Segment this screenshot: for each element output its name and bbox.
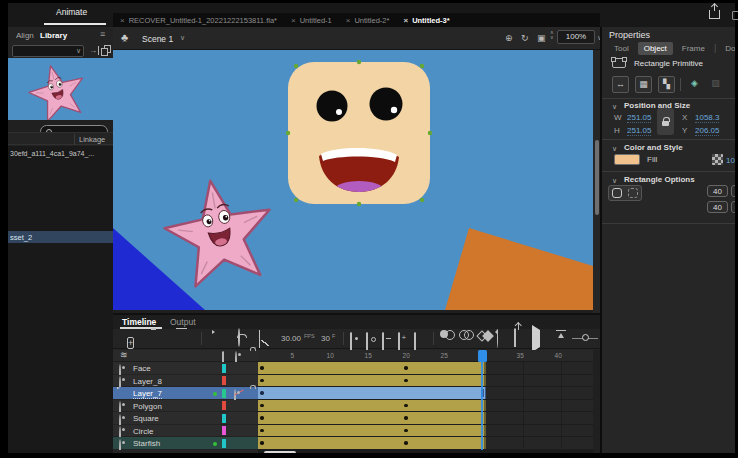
new-library-panel-icon[interactable] <box>101 45 112 56</box>
layer-name[interactable]: Layer_8 <box>133 377 162 386</box>
corner-link-icon[interactable] <box>612 188 622 198</box>
layer-color-swatch[interactable] <box>222 401 226 410</box>
zoom-level-input[interactable]: 100% <box>557 30 595 44</box>
tween-span[interactable] <box>258 437 486 449</box>
slider-knob[interactable] <box>582 334 589 341</box>
workspace-switcher-icon[interactable] <box>732 11 738 20</box>
layer-color-swatch[interactable] <box>222 364 226 373</box>
layer-row-face[interactable]: Face <box>113 362 258 375</box>
keyframe-dot[interactable] <box>260 404 264 408</box>
alpha-checker-icon[interactable] <box>712 154 723 165</box>
layer-row-circle[interactable]: Circle <box>113 425 258 438</box>
close-tab-icon[interactable]: × <box>346 16 351 25</box>
collapse-chevron-icon[interactable]: ∨ <box>612 145 617 153</box>
timeline-horizontal-scrollbar[interactable] <box>258 450 593 453</box>
rectangle-options-title[interactable]: Rectangle Options <box>624 175 695 184</box>
insert-blank-keyframe-icon[interactable] <box>366 333 368 351</box>
close-tab-icon[interactable]: × <box>120 16 125 25</box>
layer-row-starfish[interactable]: Starfish <box>113 437 258 450</box>
corner-radius-input[interactable]: 40 <box>731 185 735 197</box>
timeline-zoom-slider[interactable] <box>572 334 598 343</box>
workspace-tab-animate[interactable]: Animate <box>48 7 95 17</box>
tween-span[interactable] <box>258 375 486 387</box>
keyframe-dot[interactable] <box>260 441 264 445</box>
layer-name[interactable]: Starfish <box>133 439 160 448</box>
timeline-horizontal-scrollbar-thumb[interactable] <box>264 451 296 453</box>
left-eye[interactable] <box>317 91 348 122</box>
face-object[interactable] <box>286 60 432 206</box>
tab-timeline[interactable]: Timeline <box>122 317 156 327</box>
keyframe-dot[interactable] <box>404 416 408 420</box>
collapse-chevron-icon[interactable]: ∨ <box>612 103 617 111</box>
align-icon[interactable]: ▦ <box>635 76 652 93</box>
tween-span[interactable] <box>258 362 486 374</box>
stage-vertical-scrollbar[interactable] <box>593 50 600 313</box>
layer-color-swatch[interactable] <box>222 389 226 398</box>
keyframe-dot[interactable] <box>404 441 408 445</box>
frame-rate-value[interactable]: 30.00 <box>281 334 301 343</box>
frame-track-circle[interactable] <box>258 425 593 438</box>
layer-stack-icon[interactable]: ≋ <box>120 350 128 360</box>
keyframe-dot[interactable] <box>404 429 408 433</box>
color-effect-icon[interactable]: ◈ <box>686 76 703 93</box>
height-value[interactable]: 251.05 <box>627 126 651 136</box>
keyframe-dot[interactable] <box>404 379 408 383</box>
library-document-dropdown[interactable]: ∨ <box>12 45 84 57</box>
tab-output[interactable]: Output <box>170 317 196 327</box>
rotate-view-icon[interactable]: ↻ <box>521 33 529 43</box>
corner-radius-input[interactable]: 40 <box>707 185 728 197</box>
y-value[interactable]: 206.05 <box>695 126 719 136</box>
properties-tab-frame[interactable]: Frame <box>682 44 705 53</box>
layer-name[interactable]: Square <box>133 414 159 423</box>
layer-row-layer_8[interactable]: Layer_8 <box>113 375 258 388</box>
frame-track-layer_8[interactable] <box>258 375 593 388</box>
scene-chevron-icon[interactable]: ∨ <box>180 34 185 42</box>
tab-align[interactable]: Align <box>16 31 34 40</box>
keyframe-dot[interactable] <box>260 366 264 370</box>
document-tab[interactable]: ×Untitled-1 <box>284 13 339 27</box>
stage-vertical-scrollbar-thumb[interactable] <box>595 140 599 215</box>
right-eye[interactable] <box>370 88 403 121</box>
link-wh-button[interactable] <box>657 108 674 135</box>
tween-span[interactable] <box>258 387 486 399</box>
layer-row-layer_7[interactable]: Layer_7 <box>113 387 258 400</box>
remove-frame-icon[interactable] <box>414 333 416 351</box>
keyframe-dot[interactable] <box>260 391 264 395</box>
playhead-head[interactable] <box>478 350 487 362</box>
frame-track-starfish[interactable] <box>258 437 593 450</box>
corner-unlink-icon[interactable] <box>628 188 638 198</box>
clip-content-icon[interactable]: ▣ <box>537 33 546 43</box>
keyframe-dot[interactable] <box>260 429 264 433</box>
collapse-chevron-icon[interactable]: ∨ <box>612 177 617 185</box>
layer-name[interactable]: Layer_7 <box>133 389 162 399</box>
playhead-line[interactable] <box>481 362 483 450</box>
frame-track-face[interactable] <box>258 362 593 375</box>
export-animation-icon[interactable] <box>514 329 516 347</box>
current-frame-value[interactable]: 30 <box>321 334 330 343</box>
x-value[interactable]: 1058.3 <box>695 113 719 123</box>
library-item[interactable]: 30efd_a111_4ca1_9a74_... <box>8 148 113 160</box>
frame-ruler[interactable]: 510152025303540 <box>258 350 593 362</box>
new-layer-icon[interactable]: + <box>127 332 134 350</box>
loop-icon[interactable] <box>496 330 498 348</box>
tab-library[interactable]: Library <box>40 31 67 40</box>
share-icon[interactable] <box>709 10 720 19</box>
document-tab[interactable]: ×RECOVER_Untitled-1_20221222153811.fla* <box>113 13 284 27</box>
graph-editor-icon[interactable] <box>259 330 260 348</box>
auto-keyframe-icon[interactable] <box>398 333 400 351</box>
layer-row-polygon[interactable]: Polygon <box>113 400 258 413</box>
center-stage-icon[interactable]: ⊕ <box>505 33 513 43</box>
column-divider[interactable] <box>74 134 75 145</box>
alpha-value[interactable]: 100 <box>726 156 735 165</box>
frame-tracks[interactable] <box>258 362 593 450</box>
corner-radius-input[interactable]: 40 <box>707 201 728 213</box>
scene-name[interactable]: Scene 1 <box>142 34 173 44</box>
play-icon[interactable] <box>532 330 540 348</box>
stage-canvas[interactable] <box>113 50 593 310</box>
library-column-header[interactable]: Linkage <box>8 132 113 145</box>
properties-tab-tool[interactable]: Tool <box>614 44 629 53</box>
layer-name[interactable]: Circle <box>133 427 153 436</box>
layer-name[interactable]: Face <box>133 364 151 373</box>
blend-icon[interactable]: ▨ <box>707 76 724 93</box>
arrange-icon[interactable]: ▚ <box>658 76 675 93</box>
